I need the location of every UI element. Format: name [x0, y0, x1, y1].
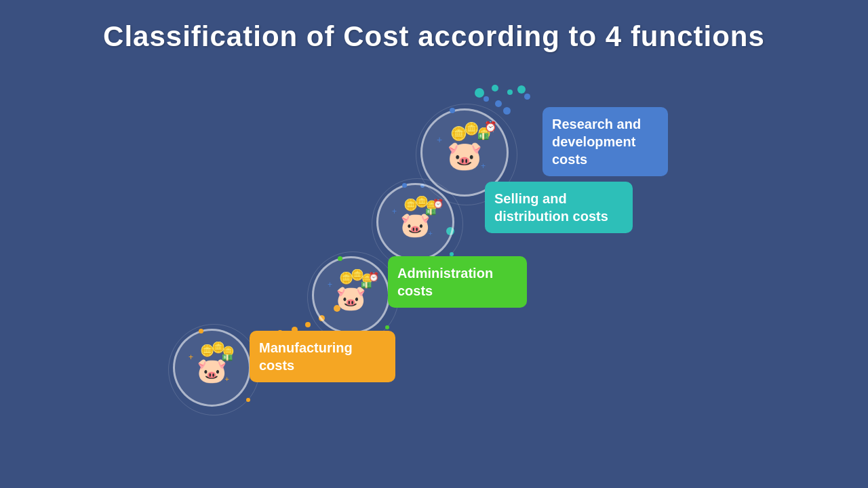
manufacturing-circle: 🐷 🪙 🪙 🪙 💵 + +	[173, 329, 251, 407]
deco-dot-7	[495, 100, 502, 107]
admin-circle: 🐷 🪙 🪙 🪙 ⏰ 💵 +	[312, 256, 390, 334]
manufacturing-label: Manufacturing costs	[250, 331, 395, 382]
admin-label: Administration costs	[388, 256, 527, 308]
deco-dot-8	[503, 107, 511, 115]
deco-dot-3	[507, 89, 513, 95]
deco-dot-5	[524, 94, 530, 100]
selling-label-text: Selling and distribution costs	[494, 191, 608, 224]
research-label-text: Research and development costs	[552, 117, 641, 167]
page-title: Classification of Cost according to 4 fu…	[0, 0, 868, 53]
deco-dot-6	[484, 96, 489, 102]
admin-label-text: Administration costs	[397, 266, 493, 298]
deco-dot-2	[492, 85, 498, 92]
research-label: Research and development costs	[542, 107, 668, 176]
diagram-scene: 🐷 🪙 🪙 🪙 ⏰ 💵 + + Research and development…	[0, 81, 868, 488]
connector-dot-5	[305, 322, 311, 327]
manufacturing-label-text: Manufacturing costs	[259, 340, 353, 373]
selling-circle: 🐷 🪙 🪙 🪙 ⏰ 💵 + +	[376, 183, 454, 261]
selling-label: Selling and distribution costs	[485, 182, 633, 233]
deco-dot-1	[475, 88, 484, 98]
deco-dot-4	[517, 85, 526, 94]
